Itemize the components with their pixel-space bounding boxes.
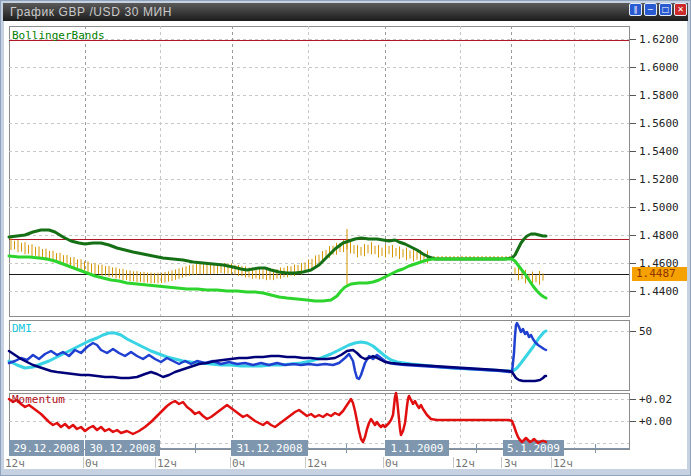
axis-tick-label: 1.5200 — [639, 173, 679, 186]
axis-tick-label: 1.4400 — [639, 285, 679, 298]
momentum-line — [9, 393, 546, 443]
momentum-label: Momentum — [12, 393, 65, 406]
axis-tick-label: 1.5000 — [639, 201, 679, 214]
time-label: 12ч — [5, 457, 25, 470]
axis-tick-label: 1.6200 — [639, 33, 679, 46]
time-label: 0ч — [232, 457, 245, 470]
time-label: 12ч — [553, 457, 573, 470]
time-label: 0ч — [85, 457, 98, 470]
chart-window: График GBP /USD 30 МИН ∥ ─ □ ✕ 1.62001.6… — [0, 0, 691, 476]
bollinger-upper-band-line — [9, 230, 546, 273]
time-label: 12ч — [157, 457, 177, 470]
axis-tick-label: 1.5400 — [639, 145, 679, 158]
date-box-label: 5.1.2009 — [507, 442, 560, 455]
axis-tick-label: 1.5800 — [639, 89, 679, 102]
axis-tick-label: 1.5600 — [639, 117, 679, 130]
time-label: 12ч — [455, 457, 475, 470]
axis-tick-label: +0.00 — [639, 415, 672, 428]
axis-tick-label: 50 — [639, 325, 652, 338]
date-box-label: 1.1.2009 — [391, 442, 444, 455]
date-box-label: 31.12.2008 — [236, 442, 302, 455]
axis-tick-label: +0.02 — [639, 393, 672, 406]
dmi-adx-line — [9, 331, 546, 371]
chart-canvas[interactable]: 1.62001.60001.58001.56001.54001.52001.50… — [1, 1, 691, 476]
current-price-tag: 1.4487 — [632, 267, 687, 281]
time-label: 0ч — [385, 457, 398, 470]
dmi-label: DMI — [12, 322, 32, 335]
axis-tick-label: 1.6000 — [639, 61, 679, 74]
bollinger-bands-label: BollingerBands — [12, 29, 105, 42]
date-box-label: 30.12.2008 — [89, 442, 155, 455]
time-label: 3ч — [504, 457, 517, 470]
date-box-label: 29.12.2008 — [13, 442, 79, 455]
axis-tick-label: 1.4800 — [639, 229, 679, 242]
time-label: 12ч — [307, 457, 327, 470]
